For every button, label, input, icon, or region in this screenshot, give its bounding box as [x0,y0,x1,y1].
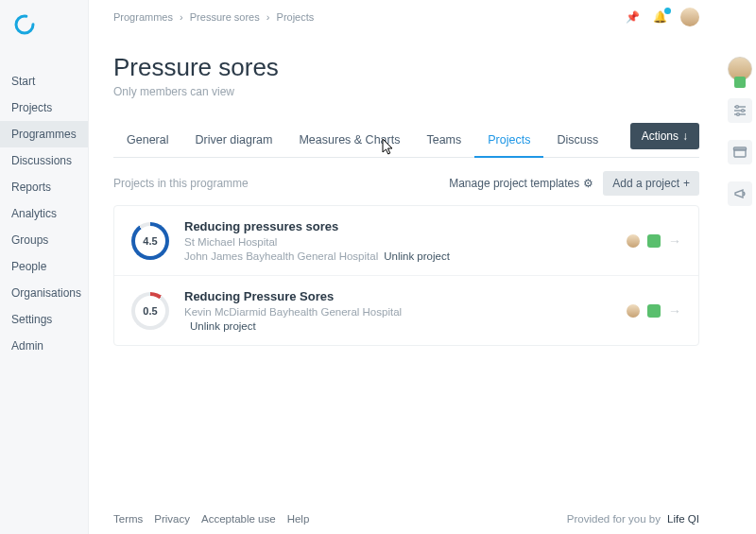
page-title: Pressure sores [113,53,699,82]
footer-tagline: Provided for you by Life QI [567,513,699,525]
sidebar-item-organisations[interactable]: Organisations [0,280,88,306]
projects-subheader: Projects in this programme Manage projec… [113,171,699,196]
project-title: Reducing Pressure Sores [184,289,611,303]
breadcrumb[interactable]: Programmes › Pressure sores › Projects [113,11,314,23]
tab-discuss[interactable]: Discuss [543,124,611,157]
sidebar-item-discussions[interactable]: Discussions [0,147,88,174]
unlink-project-link[interactable]: Unlink project [190,320,256,332]
org-badge-icon [647,304,661,318]
footer-link-acceptable-use[interactable]: Acceptable use [201,513,276,525]
add-project-button[interactable]: Add a project + [603,171,699,196]
project-title: Reducing pressures sores [184,219,611,233]
tab-driver-diagram[interactable]: Driver diagram [181,124,285,157]
tabs-row: GeneralDriver diagramMeasures & ChartsTe… [113,123,699,158]
svg-point-5 [742,110,745,112]
chevron-down-icon: ↓ [682,129,688,143]
tabs-list: GeneralDriver diagramMeasures & ChartsTe… [113,124,611,157]
notifications-icon[interactable]: 🔔 [653,10,667,24]
tab-teams[interactable]: Teams [413,124,474,157]
score-value: 0.5 [143,305,157,317]
footer-brand[interactable]: Life QI [667,513,699,525]
pin-icon[interactable]: 📌 [626,10,640,24]
nav-list: StartProjectsProgrammesDiscussionsReport… [0,68,88,359]
user-avatar[interactable] [680,8,699,26]
svg-point-4 [736,106,739,109]
main-content: Pressure sores Only members can view Gen… [89,28,724,504]
crumb-1[interactable]: Pressure sores [190,11,260,23]
score-ring: 0.5 [131,292,169,330]
footer-link-privacy[interactable]: Privacy [154,513,190,525]
footer-link-terms[interactable]: Terms [113,513,143,525]
sidebar-item-reports[interactable]: Reports [0,174,88,200]
project-line-2: John James Bayhealth General Hospital [184,250,378,262]
footer: TermsPrivacyAcceptable useHelp Provided … [89,504,724,534]
member-avatar-icon [627,304,640,318]
project-list: 4.5Reducing pressures soresSt Michael Ho… [113,205,699,346]
tab-general[interactable]: General [113,124,181,157]
org-badge-icon [647,234,661,248]
project-card[interactable]: 0.5Reducing Pressure SoresKevin McDiarmi… [114,276,698,345]
crumb-0[interactable]: Programmes [113,11,173,23]
svg-point-6 [737,113,740,116]
manage-templates-link[interactable]: Manage project templates ⚙ [449,177,593,190]
sidebar-item-start[interactable]: Start [0,68,88,95]
tab-measures-charts[interactable]: Measures & Charts [285,124,413,157]
crumb-2[interactable]: Projects [277,11,315,23]
plus-icon: + [683,177,690,190]
sidebar-item-groups[interactable]: Groups [0,227,88,253]
archive-icon[interactable] [728,140,752,164]
settings-sliders-icon[interactable] [728,98,752,123]
chevron-right-icon[interactable]: → [668,233,681,249]
sidebar-item-analytics[interactable]: Analytics [0,200,88,227]
footer-link-help[interactable]: Help [287,513,310,525]
chevron-right-icon[interactable]: → [668,303,681,319]
announce-icon[interactable] [728,181,752,206]
sidebar-item-admin[interactable]: Admin [0,333,88,359]
tab-projects[interactable]: Projects [474,124,543,158]
sidebar-item-people[interactable]: People [0,253,88,280]
sidebar-item-projects[interactable]: Projects [0,95,88,121]
unlink-project-link[interactable]: Unlink project [384,250,450,262]
score-ring: 4.5 [131,222,169,260]
sidebar-item-settings[interactable]: Settings [0,306,88,333]
page-subtitle: Only members can view [113,85,699,98]
left-sidebar: StartProjectsProgrammesDiscussionsReport… [0,0,89,534]
app-logo-icon [13,13,36,36]
section-label: Projects in this programme [113,177,249,190]
footer-links: TermsPrivacyAcceptable useHelp [113,513,320,525]
project-line-1: St Michael Hospital [184,236,611,248]
score-value: 4.5 [143,235,157,247]
corner-avatar[interactable] [728,57,752,81]
top-bar: Programmes › Pressure sores › Projects 📌… [89,0,724,28]
actions-button[interactable]: Actions ↓ [630,123,699,149]
right-icon-bar [724,57,756,206]
project-card[interactable]: 4.5Reducing pressures soresSt Michael Ho… [114,206,698,276]
svg-point-0 [16,16,33,33]
project-line-1: Kevin McDiarmid Bayhealth General Hospit… [184,306,611,318]
member-avatar-icon [627,234,640,248]
gear-icon: ⚙ [583,177,593,190]
sidebar-item-programmes[interactable]: Programmes [0,121,88,147]
